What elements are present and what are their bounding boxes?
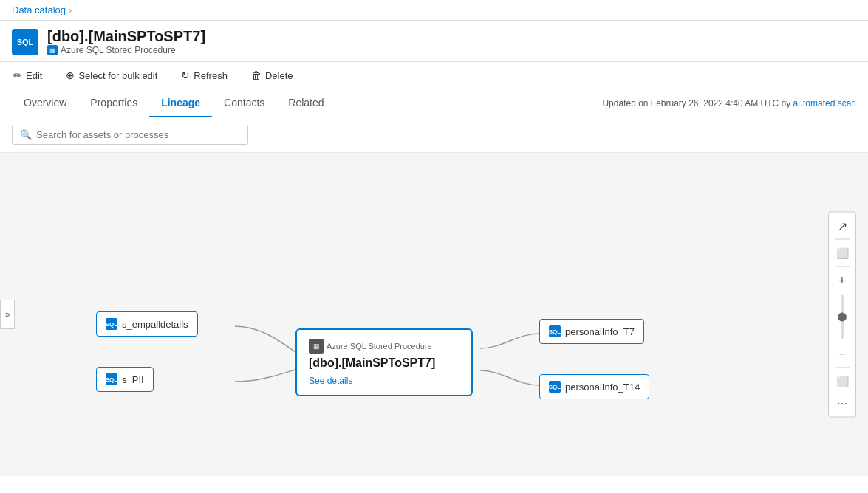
target-node-2-label: personalInfo_T14 <box>565 382 640 393</box>
source-node-1[interactable]: SQL s_empalldetails <box>96 311 198 337</box>
fit-view-button-2[interactable]: ⬜ <box>832 371 852 392</box>
breadcrumb-link[interactable]: Data catalog <box>12 4 66 15</box>
expand-button[interactable]: ↗ <box>832 216 852 236</box>
asset-title: [dbo].[MainSPToSPT7] <box>47 28 205 45</box>
sql-node-icon-3: SQL <box>549 325 561 337</box>
lineage-canvas: » SQL s_empalldetails SQL s_PII ▦ Azure … <box>0 153 868 476</box>
refresh-icon: ↻ <box>181 69 190 81</box>
sql-icon: SQL <box>12 29 38 55</box>
zoom-out-button[interactable]: − <box>832 344 852 365</box>
search-bar-area: 🔍 <box>0 117 868 153</box>
source-node-2-label: s_PII <box>122 374 144 385</box>
zoom-divider-1 <box>835 239 850 240</box>
tabs-bar: Overview Properties Lineage Contacts Rel… <box>0 89 868 117</box>
minus-icon: − <box>838 348 845 361</box>
asset-title-block: [dbo].[MainSPToSPT7] ▦ Azure SQL Stored … <box>47 28 205 55</box>
tab-overview[interactable]: Overview <box>12 89 78 117</box>
target-node-1[interactable]: SQL personalInfo_T7 <box>539 319 644 344</box>
tab-contacts[interactable]: Contacts <box>212 89 276 117</box>
toolbar: ✏ Edit ⊕ Select for bulk edit ↻ Refresh … <box>0 62 868 89</box>
sql-node-icon-4: SQL <box>549 381 561 393</box>
zoom-slider-track[interactable] <box>841 295 844 339</box>
fit2-icon: ⬜ <box>836 376 849 387</box>
target-node-1-label: personalInfo_T7 <box>565 326 635 337</box>
updated-by-link[interactable]: automated scan <box>793 98 856 108</box>
source-node-2[interactable]: SQL s_PII <box>96 367 154 392</box>
updated-info: Updated on February 26, 2022 4:40 AM UTC… <box>602 98 856 108</box>
refresh-button[interactable]: ↻ Refresh <box>177 66 232 84</box>
fit-icon: ⬜ <box>836 247 849 259</box>
edit-icon: ✏ <box>13 69 22 81</box>
more-icon: ··· <box>837 397 847 410</box>
proc-node-details-link[interactable]: See details <box>309 376 459 386</box>
zoom-divider-2 <box>835 266 850 267</box>
fit-view-button[interactable]: ⬜ <box>832 243 852 263</box>
edit-button[interactable]: ✏ Edit <box>9 66 47 84</box>
search-input-wrap: 🔍 <box>12 125 248 145</box>
main-proc-node[interactable]: ▦ Azure SQL Stored Procedure [dbo].[Main… <box>295 328 473 396</box>
source-node-1-label: s_empalldetails <box>122 319 188 330</box>
breadcrumb: Data catalog › <box>0 0 868 21</box>
proc-node-subtitle: ▦ Azure SQL Stored Procedure <box>309 339 459 354</box>
target-node-2[interactable]: SQL personalInfo_T14 <box>539 374 649 399</box>
zoom-controls: ↗ ⬜ + − ⬜ ··· <box>828 212 856 418</box>
proc-node-title: [dbo].[MainSPToSPT7] <box>309 356 459 370</box>
plus-icon: + <box>838 274 845 287</box>
delete-icon: 🗑 <box>251 69 262 81</box>
delete-button[interactable]: 🗑 Delete <box>247 66 298 84</box>
sql-node-icon-2: SQL <box>106 373 117 385</box>
zoom-slider-thumb[interactable] <box>838 313 847 322</box>
zoom-divider-3 <box>835 368 850 368</box>
expand-icon: ↗ <box>838 218 847 232</box>
asset-subtitle: ▦ Azure SQL Stored Procedure <box>47 45 205 55</box>
tab-properties[interactable]: Properties <box>78 89 149 117</box>
asset-type-icon: ▦ <box>47 45 58 55</box>
collapse-panel-button[interactable]: » <box>0 300 15 329</box>
zoom-in-button[interactable]: + <box>832 270 852 291</box>
proc-icon: ▦ <box>309 339 324 354</box>
asset-subtitle-text: Azure SQL Stored Procedure <box>61 45 176 55</box>
search-icon: 🔍 <box>20 129 32 140</box>
asset-header: SQL [dbo].[MainSPToSPT7] ▦ Azure SQL Sto… <box>0 21 868 62</box>
breadcrumb-separator: › <box>69 4 72 15</box>
tab-lineage[interactable]: Lineage <box>149 89 212 117</box>
search-input[interactable] <box>36 129 240 140</box>
plus-circle-icon: ⊕ <box>66 69 75 81</box>
bulk-edit-button[interactable]: ⊕ Select for bulk edit <box>61 66 162 84</box>
tabs-list: Overview Properties Lineage Contacts Rel… <box>12 89 336 117</box>
more-options-button[interactable]: ··· <box>832 393 852 414</box>
sql-node-icon-1: SQL <box>106 318 117 330</box>
tab-related[interactable]: Related <box>276 89 335 117</box>
